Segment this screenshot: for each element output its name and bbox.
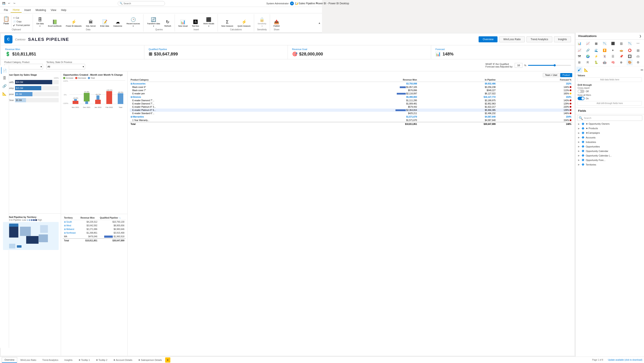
menu-modeling[interactable]: Modeling (33, 8, 48, 13)
cut-button[interactable]: ✂ Cut (12, 16, 31, 20)
transform-data-button[interactable]: 🔄 Transform data ▾ (145, 16, 162, 28)
product-toggle-row: Team + User Product (128, 71, 322, 78)
total-pct: -89.5% (118, 91, 123, 93)
text-box-button[interactable]: 🅰 Text box (190, 19, 201, 28)
cut-label: Cut (16, 17, 19, 19)
sensitivity-group-label: Sensitivity (256, 28, 268, 31)
devices-rev: $5,490,083 (284, 95, 322, 99)
sidebar-dax-icon[interactable]: 📐 (1, 90, 8, 97)
feb-pct: -100.0% (106, 89, 112, 91)
product-platinum8-6: E-reader Platinum 8" 6... (130, 109, 284, 112)
table-row: E-reader Diamond 7"... $1,009,481 $2,852… (130, 102, 322, 105)
user-avatar: SA (290, 2, 294, 5)
table-row: E-reader Standard 6"... $425,211 $2,496,… (130, 112, 322, 115)
devices-header-row: ⊟ Devices $5,490,083 $16,127,772 154% (130, 95, 322, 99)
menu-help[interactable]: Help (59, 8, 68, 13)
axis-label-neg100: -100% (63, 102, 68, 105)
redo-icon[interactable]: ↪ (12, 1, 16, 6)
sensitivity-button[interactable]: 🔒 Sensitivity ▾ (256, 16, 268, 28)
paste-button[interactable]: 📋 Paste (1, 15, 12, 28)
propose-bar-container: $9.3M (15, 92, 59, 96)
product-d7-1-rev: $1,111,295 (284, 99, 322, 102)
jan-pct: -20.7% (95, 94, 100, 95)
main-area: 📄 🗄 🔗 📐 C Contoso SALES PIPELINE Overvie… (0, 33, 322, 181)
accessories-header-row: ⊟ Accessories $3,750,098 $9,932,486 152% (130, 82, 322, 86)
nov-bar-area (71, 99, 80, 104)
close-button[interactable]: ✕ (314, 1, 320, 6)
save-icon[interactable]: 💾 (2, 1, 6, 6)
dataverse-button[interactable]: ☁ Dataverse (112, 19, 124, 28)
transform-icon: 🔄 (151, 17, 156, 22)
powerbi-label: Power BI datasets (66, 25, 82, 27)
product-table-container: Product Category Revenue Won In Pipeline… (128, 78, 322, 181)
sql-icon: 🏛 (89, 20, 93, 25)
publish-icon: 📤 (274, 19, 279, 25)
publish-button[interactable]: 📤 Publish (272, 19, 282, 28)
filter-product-group: Product Category, Product All ▾ (4, 61, 43, 69)
filter-product-select[interactable]: All ▾ (4, 64, 43, 69)
global-search-bar[interactable]: 🔍 Search (118, 1, 165, 6)
jan-label: Jan 2022 (93, 106, 103, 108)
kpi-qualified-value: ⊞ $30,647,899 (149, 51, 283, 57)
search-placeholder: Search (124, 2, 131, 5)
pct-100-label: 100% (3, 77, 59, 79)
ribbon-insert-items: 📊 New visual 🅰 Text box ⬛ More visuals ▾ (176, 15, 216, 28)
sidebar-model-icon[interactable]: 🔗 (1, 83, 8, 89)
dec-pct: 47.9% (84, 91, 89, 93)
format-painter-button[interactable]: 🖌 Format painter (12, 24, 31, 27)
get-data-button[interactable]: 🗄 Get data ▾ (34, 16, 46, 28)
format-painter-icon: 🖌 (13, 24, 15, 27)
new-visual-label: New visual (178, 25, 188, 27)
product-total-label: Total (130, 122, 284, 126)
recent-sources-button[interactable]: 🕒 Recent sources ▾ (125, 16, 142, 28)
menu-insert[interactable]: Insert (22, 8, 33, 13)
sensitivity-icon: 🔒 (259, 17, 265, 22)
powerbi-datasets-button[interactable]: ⚡ Power BI datasets (64, 19, 83, 28)
maximize-button[interactable]: □ (307, 1, 314, 6)
ribbon-sensitivity-group: 🔒 Sensitivity ▾ Sensitivity (254, 14, 270, 32)
legend-total: Total (88, 77, 95, 79)
feb-label: Feb 2022 (104, 106, 114, 108)
kpi-revenue-won-label: Revenue Won (5, 48, 140, 51)
sidebar-report-icon[interactable]: 📄 (1, 67, 8, 74)
new-visual-icon: 📊 (180, 19, 186, 25)
ribbon-collapse-button[interactable]: ▲ (318, 14, 322, 32)
report-title: SALES PIPELINE (28, 37, 69, 42)
enter-data-icon: 📝 (102, 19, 108, 25)
minimize-button[interactable]: ─ (300, 1, 306, 6)
undo-icon[interactable]: ↩ (7, 1, 11, 6)
refresh-button[interactable]: ↻ Refresh (162, 19, 173, 28)
title-bar: 💾 ↩ ↪ 🔍 Search System Administrator SA 🌙… (0, 0, 322, 7)
format-painter-label: Format painter (16, 24, 30, 27)
new-measure-icon: Σ (226, 20, 228, 25)
excel-workbook-button[interactable]: 📗 Excel workbook (46, 19, 63, 28)
new-visual-button[interactable]: 📊 New visual (176, 19, 190, 28)
filter-territory-select[interactable]: All ▾ (46, 64, 85, 69)
quick-measure-button[interactable]: ⚡ Quick measure (236, 19, 252, 28)
product-diamond7-2: E-reader Diamond 7"... (130, 102, 284, 105)
menu-home[interactable]: Home (10, 8, 22, 13)
sidebar-data-icon[interactable]: 🗄 (1, 75, 8, 82)
refresh-label: Refresh (164, 25, 171, 27)
copy-button[interactable]: 📄 Copy (12, 20, 31, 23)
dec-bar-group: 47.9% (82, 91, 91, 104)
devices-name: ⊟ Devices (130, 95, 284, 99)
more-visuals-button[interactable]: ⬛ More visuals ▾ (202, 16, 216, 28)
new-measure-button[interactable]: Σ New measure (220, 19, 235, 28)
ribbon-calc-items: Σ New measure ⚡ Quick measure (220, 15, 252, 28)
mom-change-chart: Opportunities Created - Month over Month… (61, 71, 128, 181)
kpi-qualified-label: Qualified Pipeline (149, 48, 283, 51)
data-group-label: Data (34, 28, 142, 31)
dataverse-icon: ☁ (116, 19, 120, 25)
dark-mode-toggle[interactable]: 🌙 (295, 2, 298, 5)
kpi-qualified-pipeline: Qualified Pipeline ⊞ $30,647,899 (144, 45, 288, 59)
menu-file[interactable]: File (2, 8, 10, 13)
product-total-rev: $10,811,851 (284, 122, 322, 126)
sql-server-button[interactable]: 🏛 SQL Server (84, 19, 98, 28)
text-box-icon: 🅰 (193, 20, 198, 25)
enter-data-button[interactable]: 📝 Enter data (98, 19, 111, 28)
product-black-7: Black cover 7" (130, 89, 284, 92)
menu-view[interactable]: View (48, 8, 58, 13)
table-row: E-reader Diamond 7"... $1,111,295 $3,189… (130, 99, 322, 102)
user-info: System Administrator SA 🌙 (266, 2, 298, 5)
